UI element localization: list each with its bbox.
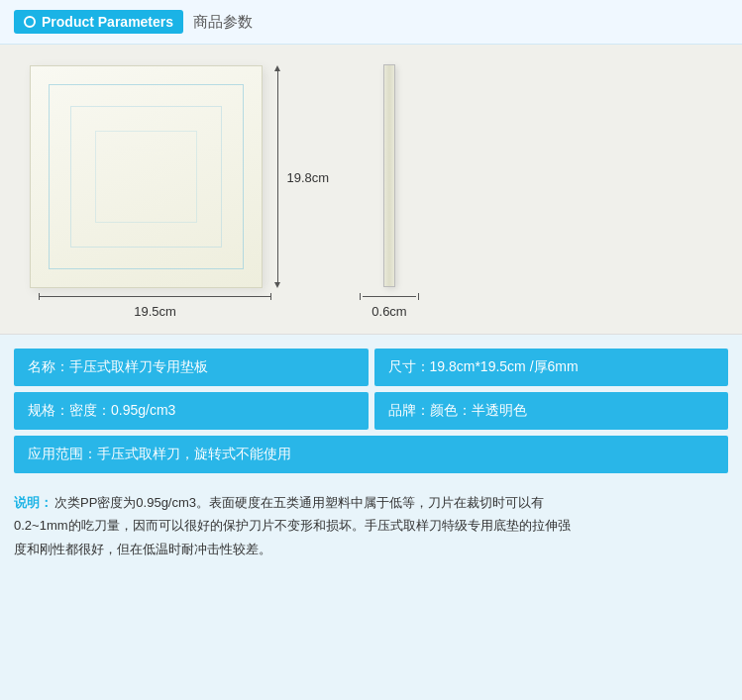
right-tick [270,293,271,300]
description-label: 说明： [14,491,53,514]
height-v-bar: 19.8cm [277,71,278,282]
mat-visual [30,65,263,288]
mat-container: 19.8cm 19.5cm [30,65,280,319]
arrow-bottom-icon [274,282,280,288]
mat-line3 [95,131,197,223]
rod-right-tick [418,293,419,300]
info-row-2: 规格：密度：0.95g/cm3 品牌：颜色：半透明色 [14,392,728,430]
circle-icon [24,16,36,28]
description-body: 次类PP密度为0.95g/cm3。表面硬度在五类通用塑料中属于低等，刀片在裁切时… [14,495,571,556]
rod-width-label: 0.6cm [371,304,406,319]
info-spec: 规格：密度：0.95g/cm3 [14,392,369,430]
header-badge: Product Parameters [14,10,183,34]
product-images-row: 19.8cm 19.5cm [30,64,712,324]
product-images-section: 19.8cm 19.5cm [0,45,742,335]
mat-width-label: 19.5cm [39,304,271,319]
height-indicator: 19.8cm [274,65,280,288]
rod-with-height [383,64,395,287]
info-section: 名称：手压式取样刀专用垫板 尺寸：19.8cm*19.5cm /厚6mm 规格：… [0,335,742,473]
mat-with-height: 19.8cm [30,65,280,288]
width-line [40,296,270,297]
rod-hline [363,296,416,297]
info-row-1: 名称：手压式取样刀专用垫板 尺寸：19.8cm*19.5cm /厚6mm [14,349,728,386]
badge-text: Product Parameters [42,14,173,30]
page-wrapper: Product Parameters 商品参数 19.8c [0,0,742,574]
mat-height-label: 19.8cm [287,169,330,184]
info-name: 名称：手压式取样刀专用垫板 [14,349,369,386]
rod-width-measure [360,293,419,300]
info-size: 尺寸：19.8cm*19.5cm /厚6mm [374,349,729,386]
description-text: 说明：次类PP密度为0.95g/cm3。表面硬度在五类通用塑料中属于低等，刀片在… [14,491,728,560]
info-brand: 品牌：颜色：半透明色 [374,392,729,430]
rod-left-tick [360,293,361,300]
description-section: 说明：次类PP密度为0.95g/cm3。表面硬度在五类通用塑料中属于低等，刀片在… [0,479,742,574]
rod-container: 0.6cm [360,64,419,319]
mat-width-measure [39,293,271,300]
info-application: 应用范围：手压式取样刀，旋转式不能使用 [14,436,728,473]
header-bar: Product Parameters 商品参数 [0,0,742,45]
rod-visual [383,64,395,287]
header-chinese: 商品参数 [193,13,253,32]
